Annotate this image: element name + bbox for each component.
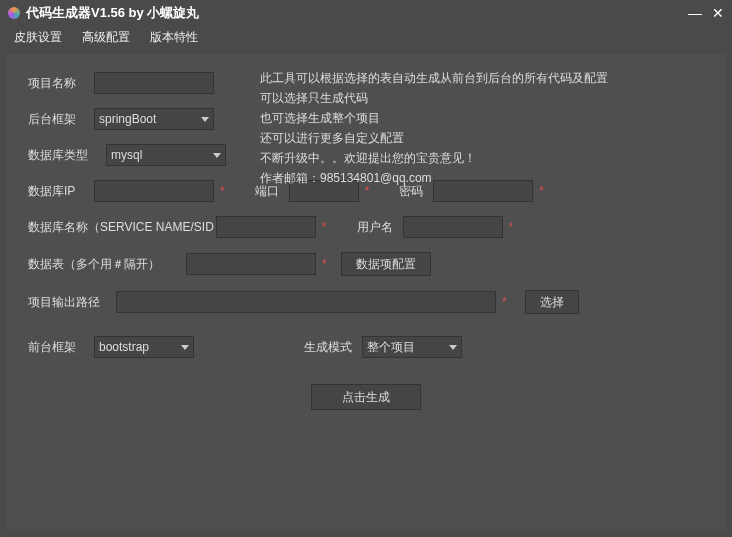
frontend-value: bootstrap	[99, 340, 149, 354]
backend-select[interactable]: springBoot	[94, 108, 214, 130]
label-user: 用户名	[357, 219, 393, 236]
data-config-button[interactable]: 数据项配置	[341, 252, 431, 276]
chevron-down-icon	[449, 345, 457, 350]
window-controls: — ✕	[688, 6, 724, 20]
desc-line: 也可选择生成整个项目	[260, 108, 608, 128]
minimize-button[interactable]: —	[688, 6, 702, 20]
required-mark: *	[220, 184, 225, 198]
required-mark: *	[502, 295, 507, 309]
label-backend: 后台框架	[28, 111, 94, 128]
tables-input[interactable]	[186, 253, 316, 275]
desc-line: 此工具可以根据选择的表自动生成从前台到后台的所有代码及配置	[260, 68, 608, 88]
label-project-name: 项目名称	[28, 75, 94, 92]
db-name-input[interactable]	[216, 216, 316, 238]
label-tables: 数据表（多个用＃隔开）	[28, 256, 178, 273]
window-title: 代码生成器V1.56 by 小螺旋丸	[26, 4, 688, 22]
titlebar: 代码生成器V1.56 by 小螺旋丸 — ✕	[0, 0, 732, 26]
desc-line: 还可以进行更多自定义配置	[260, 128, 608, 148]
label-frontend: 前台框架	[28, 339, 94, 356]
close-button[interactable]: ✕	[712, 6, 724, 20]
user-input[interactable]	[403, 216, 503, 238]
desc-line: 可以选择只生成代码	[260, 88, 608, 108]
chevron-down-icon	[181, 345, 189, 350]
required-mark: *	[322, 220, 327, 234]
menu-advanced[interactable]: 高级配置	[74, 27, 138, 48]
description-text: 此工具可以根据选择的表自动生成从前台到后台的所有代码及配置 可以选择只生成代码 …	[260, 68, 608, 188]
menu-skin[interactable]: 皮肤设置	[6, 27, 70, 48]
app-icon	[8, 7, 20, 19]
backend-value: springBoot	[99, 112, 156, 126]
desc-line: 作者邮箱：985134801@qq.com	[260, 168, 608, 188]
choose-path-button[interactable]: 选择	[525, 290, 579, 314]
project-name-input[interactable]	[94, 72, 214, 94]
required-mark: *	[322, 257, 327, 271]
menubar: 皮肤设置 高级配置 版本特性	[0, 26, 732, 48]
menu-version[interactable]: 版本特性	[142, 27, 206, 48]
label-output: 项目输出路径	[28, 294, 116, 311]
db-type-value: mysql	[111, 148, 142, 162]
mode-value: 整个项目	[367, 339, 415, 356]
chevron-down-icon	[201, 117, 209, 122]
label-db-name: 数据库名称（SERVICE NAME/SID）	[28, 219, 208, 236]
label-db-ip: 数据库IP	[28, 183, 94, 200]
desc-line: 不断升级中。。欢迎提出您的宝贵意见！	[260, 148, 608, 168]
label-mode: 生成模式	[304, 339, 352, 356]
db-type-select[interactable]: mysql	[106, 144, 226, 166]
frontend-select[interactable]: bootstrap	[94, 336, 194, 358]
generate-button[interactable]: 点击生成	[311, 384, 421, 410]
mode-select[interactable]: 整个项目	[362, 336, 462, 358]
required-mark: *	[509, 220, 514, 234]
output-path-input[interactable]	[116, 291, 496, 313]
db-ip-input[interactable]	[94, 180, 214, 202]
label-db-type: 数据库类型	[28, 147, 106, 164]
chevron-down-icon	[213, 153, 221, 158]
form-panel: 此工具可以根据选择的表自动生成从前台到后台的所有代码及配置 可以选择只生成代码 …	[6, 54, 726, 531]
